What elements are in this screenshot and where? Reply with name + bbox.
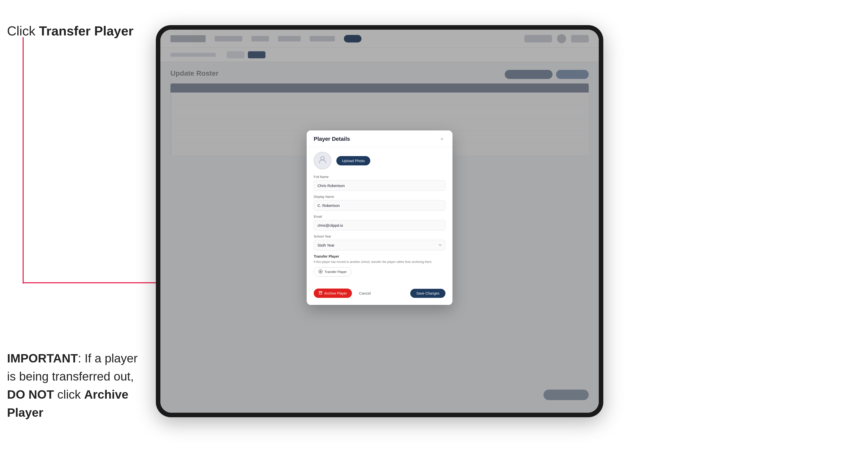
transfer-icon bbox=[318, 270, 322, 274]
photo-section: Upload Photo bbox=[314, 152, 445, 169]
transfer-section-title: Transfer Player bbox=[314, 254, 445, 258]
full-name-group: Full Name bbox=[314, 175, 445, 191]
archive-player-button[interactable]: Archive Player bbox=[314, 288, 352, 298]
modal-header: Player Details × bbox=[307, 130, 453, 147]
tablet-frame: Update Roster Player Details × bbox=[156, 25, 603, 417]
school-year-label: School Year bbox=[314, 235, 445, 238]
transfer-section-description: If this player has moved to another scho… bbox=[314, 260, 445, 264]
important-label: IMPORTANT bbox=[7, 352, 78, 365]
email-label: Email bbox=[314, 215, 445, 218]
tablet-screen: Update Roster Player Details × bbox=[160, 30, 599, 413]
instruction-top: Click Transfer Player bbox=[7, 23, 133, 40]
modal-close-button[interactable]: × bbox=[438, 135, 445, 143]
transfer-player-button[interactable]: Transfer Player bbox=[314, 267, 351, 277]
modal-footer: Archive Player Cancel Save Changes bbox=[307, 288, 453, 298]
archive-icon bbox=[319, 291, 322, 295]
arrow-vertical bbox=[23, 37, 24, 283]
display-name-label: Display Name bbox=[314, 195, 445, 198]
upload-photo-button[interactable]: Upload Photo bbox=[336, 156, 370, 165]
email-input[interactable] bbox=[314, 220, 445, 230]
display-name-group: Display Name bbox=[314, 195, 445, 211]
save-changes-button[interactable]: Save Changes bbox=[410, 289, 445, 298]
school-year-select[interactable]: First Year Second Year Third Year Fourth… bbox=[314, 240, 445, 250]
archive-btn-label: Archive Player bbox=[324, 291, 347, 295]
instruction-bottom: IMPORTANT: If a player is being transfer… bbox=[7, 349, 138, 422]
person-icon bbox=[318, 155, 327, 166]
photo-placeholder bbox=[314, 152, 331, 169]
full-name-label: Full Name bbox=[314, 175, 445, 179]
player-details-modal: Player Details × Upload Photo bbox=[307, 130, 453, 305]
do-not-label: DO NOT bbox=[7, 388, 54, 401]
transfer-btn-label: Transfer Player bbox=[324, 270, 347, 274]
modal-body: Upload Photo Full Name Display Name Emai… bbox=[307, 147, 453, 286]
full-name-input[interactable] bbox=[314, 180, 445, 191]
transfer-section: Transfer Player If this player has moved… bbox=[314, 254, 445, 277]
email-group: Email bbox=[314, 215, 445, 230]
display-name-input[interactable] bbox=[314, 200, 445, 211]
modal-title: Player Details bbox=[314, 136, 350, 142]
svg-rect-2 bbox=[319, 291, 322, 292]
svg-point-0 bbox=[321, 157, 324, 160]
instruction-bold: Transfer Player bbox=[39, 24, 133, 38]
school-year-group: School Year First Year Second Year Third… bbox=[314, 235, 445, 250]
cancel-button[interactable]: Cancel bbox=[355, 288, 374, 298]
